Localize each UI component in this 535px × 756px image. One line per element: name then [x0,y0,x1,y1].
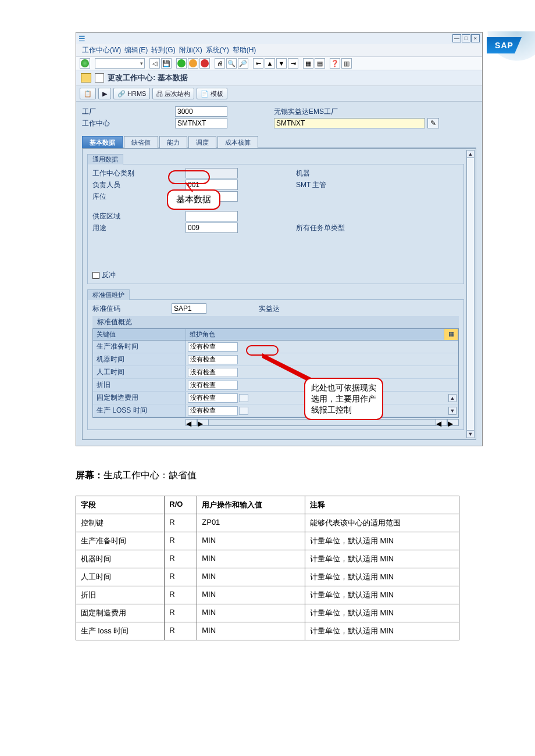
ok-icon[interactable] [80,58,90,69]
btn-hrms[interactable]: 🔗 HRMS [113,88,150,99]
td-field: 控制键 [76,514,165,532]
input-work-center-desc[interactable]: SMTNXT [274,118,425,128]
find-icon[interactable]: 🔍 [226,58,237,69]
input-usage[interactable]: 009 [186,223,238,233]
scroll-down-icon[interactable]: ▼ [466,430,475,438]
th-field: 字段 [76,496,165,514]
td-ro: R [165,604,197,622]
btn-template[interactable]: 📄 模板 [197,88,227,99]
section-general: 工作中心类别 机器 负责人员 001 SMT 主管 库位 供应区域 [87,164,464,284]
menu-extras[interactable]: 附加(X) [179,45,202,55]
row-work-center: 工作中心 SMTNXT SMTNXT ✎ [82,118,476,128]
label-plant: 工厂 [82,107,175,117]
title-info-icon[interactable] [81,73,91,83]
cell-role[interactable]: 没有检查 [188,381,238,390]
menu-goto[interactable]: 转到(G) [151,45,175,55]
row-scroll-up-icon[interactable]: ▲ [448,394,456,402]
row-scroll-down-icon[interactable]: ▼ [448,407,456,415]
td-ro: R [165,550,197,568]
menu-work-center[interactable]: 工作中心(W) [82,45,121,55]
edit-desc-icon[interactable]: ✎ [427,118,439,128]
input-std-code[interactable]: SAP1 [172,303,206,314]
value-help-icon[interactable] [239,394,248,402]
nav-red-icon[interactable] [199,58,210,69]
scroll-up-icon[interactable]: ▲ [466,150,475,158]
table-row: 控制键RZP01能够代表该中心的适用范围 [76,514,459,532]
panel-scrollbar[interactable]: ▲ ▼ [466,150,475,438]
standard-toolbar: ▾ ◁ 💾 🖨 🔍 🔎 ⇤ ▲ ▼ ⇥ ▦ ▤ ❓ ▥ [76,57,482,70]
minimize-button[interactable]: — [452,34,461,42]
input-work-center[interactable]: SMTNXT [175,118,227,128]
hscroll-right2-icon[interactable]: ▶ [447,419,459,426]
desc-usage: 所有任务单类型 [296,223,345,233]
input-plant[interactable]: 3000 [175,106,227,117]
td-ro: R [165,514,197,532]
command-field[interactable]: ▾ [95,58,145,69]
menu-system[interactable]: 系统(Y) [206,45,229,55]
screen-title-row: 更改工作中心: 基本数据 [76,70,482,86]
th-note: 注释 [305,496,459,514]
cell-key: 机器时间 [93,353,186,366]
menu-edit[interactable]: 编辑(E) [124,45,148,55]
td-op: MIN [197,550,305,568]
tab-costing[interactable]: 成本核算 [217,136,258,148]
page-title: 更改工作中心: 基本数据 [108,73,188,83]
cell-role[interactable]: 没有检查 [188,342,238,352]
scroll-track[interactable] [466,158,475,430]
checkbox-backflush[interactable] [92,272,99,279]
label-std-code: 标准值码 [92,304,172,314]
td-note: 计量单位，默认适用 MIN [305,586,459,604]
window-menu-icon[interactable]: ☰ [79,34,87,42]
nav-orange-icon[interactable] [188,58,198,69]
tab-basic-data[interactable]: 基本数据 [82,136,123,148]
th-op: 用户操作和输入值 [197,496,305,514]
std-table-header: 关键值 维护角色 ▦ [92,328,459,341]
td-op: MIN [197,532,305,550]
table-row: 固定制造费用RMIN计量单位，默认适用 MIN [76,604,459,622]
cell-role[interactable]: 没有检查 [188,355,238,364]
col-config-icon[interactable]: ▦ [444,329,458,340]
input-supply-area[interactable] [186,211,238,221]
cell-role[interactable]: 没有检查 [188,368,238,377]
btn-hierarchy[interactable]: 品 层次结构 [152,88,194,99]
btn-copy-icon[interactable]: 📋 [80,88,96,99]
td-field: 折旧 [76,586,165,604]
prev-page-icon[interactable]: ▲ [265,58,275,69]
layout-icon[interactable]: ▥ [341,58,352,69]
save-icon[interactable]: 💾 [161,58,172,69]
cell-key: 固定制造费用 [93,392,186,404]
hscroll-right-icon[interactable]: ▶ [197,419,209,426]
nav-green-icon[interactable] [176,58,187,69]
print-icon[interactable]: 🖨 [215,58,225,69]
cell-role[interactable]: 没有检查 [188,406,238,415]
close-button[interactable]: × [471,34,480,42]
tab-strip: 基本数据 缺省值 能力 调度 成本核算 [82,135,476,148]
td-ro: R [165,532,197,550]
label-backflush: 反冲 [102,270,116,280]
help-icon[interactable]: ❓ [330,58,340,69]
last-page-icon[interactable]: ⇥ [288,58,298,69]
btn-forward-icon[interactable]: ▶ [98,88,111,99]
new-session-icon[interactable]: ▦ [303,58,313,69]
td-op: MIN [197,622,305,640]
maximize-button[interactable]: □ [462,34,470,42]
shortcut-icon[interactable]: ▤ [315,58,325,69]
hscroll-left2-icon[interactable]: ◀ [436,419,447,426]
next-page-icon[interactable]: ▼ [276,58,287,69]
td-op: MIN [197,604,305,622]
td-ro: R [165,568,197,586]
annotation-callout-sap1: 此处也可依据现实 选用，主要用作产 线报工控制 [304,378,383,420]
first-page-icon[interactable]: ⇤ [253,58,263,69]
back-icon[interactable]: ◁ [149,58,160,69]
title-doc-icon[interactable] [95,73,104,83]
tab-default-values[interactable]: 缺省值 [124,136,158,148]
find-next-icon[interactable]: 🔎 [238,58,248,69]
callout-line: 线报工控制 [311,404,376,415]
tab-capacity[interactable]: 能力 [159,136,187,148]
sap-window: SAP ☰ — □ × 工作中心(W) 编辑(E) 转到(G) 附加(X) 系统… [76,32,483,446]
tab-scheduling[interactable]: 调度 [188,136,216,148]
cell-role[interactable]: 没有检查 [188,393,238,403]
hscroll-left-icon[interactable]: ◀ [186,419,197,426]
value-help-icon[interactable] [239,407,248,415]
menu-help[interactable]: 帮助(H) [233,45,256,55]
